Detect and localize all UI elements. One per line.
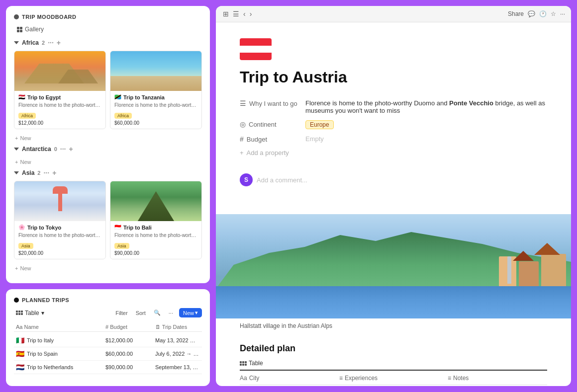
asia-options-btn[interactable]: ··· — [43, 169, 49, 177]
asia-gallery: 🌸 Trip to Tokyo Florence is home to the … — [14, 181, 202, 259]
bali-price: $90,000.00 — [114, 250, 197, 256]
detail-section: Detailed plan Table Aa City ≡ Experience… — [216, 333, 571, 386]
nav-sidebar-btn[interactable]: ☰ — [232, 9, 240, 19]
sort-btn[interactable]: Sort — [134, 309, 148, 317]
italy-flag: 🇮🇹 — [16, 336, 24, 344]
egypt-flag: 🇪🇬 — [18, 94, 25, 100]
hero-image — [216, 214, 571, 318]
asia-new-plus: + — [15, 265, 18, 271]
comment-btn[interactable]: 💬 — [528, 10, 535, 17]
window-chrome: ⊞ ☰ ‹ › Share 💬 🕐 ☆ ··· — [216, 6, 571, 22]
spain-flag: 🇪🇸 — [16, 350, 24, 358]
asia-add-btn[interactable]: + — [52, 169, 56, 177]
nav-forward-btn[interactable]: › — [249, 9, 253, 19]
group-options-btn[interactable]: ··· — [48, 39, 54, 47]
table-icon — [16, 311, 23, 315]
italy-budget: $12,000.00 — [105, 337, 155, 343]
col-experiences: ≡ Experiences — [339, 375, 448, 382]
tokyo-tag: Asia — [18, 243, 33, 249]
card-tanzania[interactable]: 🇹🇿 Trip to Tanzania Florence is home to … — [110, 51, 202, 129]
bali-tag: Asia — [114, 243, 129, 249]
list-icon: ☰ — [240, 99, 246, 107]
nav-buttons: ⊞ ☰ ‹ › — [222, 9, 253, 19]
nl-budget: $90,000.00 — [105, 364, 155, 370]
flag-red-bottom — [240, 53, 272, 60]
moodboard-title: TRIP MOODBOARD — [14, 14, 202, 20]
card-tokyo[interactable]: 🌸 Trip to Tokyo Florence is home to the … — [14, 181, 106, 259]
comment-area: S Add a comment... — [240, 169, 547, 190]
planned-title: PLANNED TRIPS — [14, 297, 202, 303]
gallery-icon — [17, 27, 22, 32]
antarctica-new-btn[interactable]: + New — [14, 157, 202, 167]
card-egypt[interactable]: 🇪🇬 Trip to Egypt Florence is home to the… — [14, 51, 106, 129]
group-name: Africa — [22, 39, 39, 46]
asia-name: Asia — [22, 169, 34, 176]
nav-back-btn[interactable]: ‹ — [242, 9, 247, 19]
antarctica-add-btn[interactable]: + — [69, 145, 73, 153]
chevron-icon: ▾ — [195, 310, 198, 316]
chevron-down-icon: ▾ — [41, 310, 44, 316]
tanzania-tag: Africa — [114, 113, 132, 119]
table-row[interactable]: 🇳🇱 Trip to Netherlands $90,000.00 Septem… — [14, 361, 202, 374]
budget-value[interactable]: Empty — [305, 135, 547, 143]
tanzania-title: Trip to Tanzania — [123, 94, 165, 100]
add-property-btn[interactable]: + Add a property — [240, 146, 547, 159]
hero-caption-bar: Hallstatt village in the Austrian Alps — [216, 318, 571, 333]
hero-caption: Hallstatt village in the Austrian Alps — [240, 322, 332, 329]
tanzania-info: 🇹🇿 Trip to Tanzania Florence is home to … — [110, 91, 201, 129]
asia-new-btn[interactable]: + New — [14, 263, 202, 273]
inline-table-icon — [240, 361, 247, 366]
inline-table-cols: Aa City ≡ Experiences ≡ Notes — [240, 375, 547, 385]
bali-desc: Florence is home to the photo-worthy Duo… — [114, 232, 197, 238]
tokyo-price: $20,000.00 — [18, 250, 101, 256]
star-btn[interactable]: ☆ — [551, 10, 556, 17]
africa-new-plus: + — [15, 135, 18, 141]
page-content: Trip to Austria ☰ Why I want to go Flore… — [216, 22, 571, 386]
flag-red-top — [240, 38, 272, 46]
more-btn[interactable]: ··· — [167, 309, 175, 317]
group-add-btn[interactable]: + — [57, 39, 61, 47]
continent-value[interactable]: Europe — [305, 120, 547, 129]
spain-dates: July 6, 2022 → July 27, 2022 — [155, 351, 200, 357]
col-notes: ≡ Notes — [448, 375, 547, 382]
collapse-icon[interactable] — [14, 41, 19, 44]
more-btn[interactable]: ··· — [560, 10, 565, 17]
table-header: Aa Name # Budget 🗓 Trip Dates — [14, 322, 202, 332]
table-view-btn[interactable]: Table ▾ — [14, 309, 46, 317]
spain-name: Trip to Spain — [27, 351, 58, 357]
tanzania-flag: 🇹🇿 — [114, 94, 121, 100]
card-bali[interactable]: 🇮🇩 Trip to Bali Florence is home to the … — [110, 181, 202, 259]
inline-table-btn[interactable]: Table — [240, 360, 263, 367]
moodboard-dot — [14, 14, 19, 19]
clock-btn[interactable]: 🕐 — [539, 10, 547, 17]
buildings-layer — [376, 229, 571, 289]
new-btn[interactable]: New ▾ — [179, 308, 202, 317]
table-row[interactable]: 🇪🇸 Trip to Spain $60,000.00 July 6, 2022… — [14, 347, 202, 361]
tanzania-image — [110, 51, 201, 91]
notion-page: ⊞ ☰ ‹ › Share 💬 🕐 ☆ ··· Trip to Austria — [216, 6, 571, 386]
africa-new-btn[interactable]: + New — [14, 133, 202, 143]
hallstatt-scene — [216, 214, 571, 318]
comment-input[interactable]: Add a comment... — [257, 176, 307, 184]
list-exp-icon: ≡ — [339, 375, 343, 382]
nav-grid-btn[interactable]: ⊞ — [222, 9, 230, 19]
collapse-icon-ant[interactable] — [14, 148, 19, 151]
location-icon: ◎ — [240, 120, 246, 128]
group-asia: Asia 2 ··· + — [14, 169, 202, 177]
egypt-desc: Florence is home to the photo-worthy Duo… — [18, 102, 101, 108]
antarctica-options-btn[interactable]: ··· — [60, 145, 66, 153]
table-row[interactable]: 🇮🇹 Trip to Italy $12,000.00 May 13, 2022… — [14, 334, 202, 347]
prop-continent: ◎ Continent Europe — [240, 117, 547, 132]
share-btn[interactable]: Share — [508, 10, 524, 17]
asia-new-label: New — [20, 265, 31, 271]
list-notes-icon: ≡ — [448, 375, 451, 382]
tokyo-image — [14, 181, 105, 221]
hash-icon: # — [240, 135, 244, 143]
gallery-view-toggle[interactable]: Gallery — [14, 25, 47, 34]
search-btn[interactable]: 🔍 — [152, 309, 163, 317]
egypt-title: Trip to Egypt — [27, 94, 61, 100]
collapse-icon-asia[interactable] — [14, 171, 19, 174]
filter-btn[interactable]: Filter — [113, 309, 129, 317]
austria-flag — [240, 38, 272, 60]
continent-tag[interactable]: Europe — [305, 120, 334, 129]
